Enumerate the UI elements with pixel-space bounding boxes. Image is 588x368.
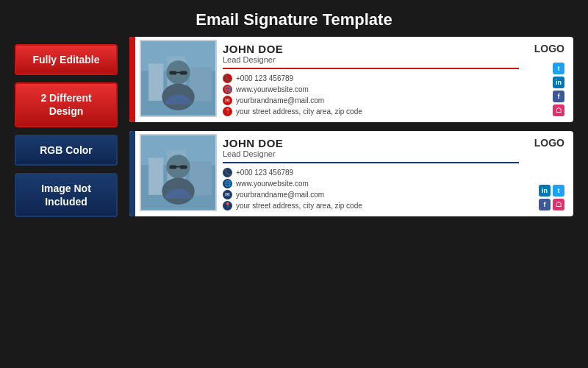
signature-card-2: JOHN DOE Lead Designer 📞 +000 123 456789…: [129, 131, 573, 216]
card1-address: 📍 your street address, city area, zip co…: [223, 107, 519, 116]
signature-cards: JOHN DOE Lead Designer 📞 +000 123 456789…: [129, 37, 573, 216]
svg-rect-2: [148, 63, 163, 101]
card1-name: JOHN DOE: [223, 43, 519, 55]
badge-rgb-color: RGB Color: [15, 135, 118, 166]
svg-rect-12: [148, 158, 163, 194]
card2-info: JOHN DOE Lead Designer 📞 +000 123 456789…: [223, 131, 522, 216]
linkedin-icon: in: [553, 77, 564, 88]
card2-title: Lead Designer: [223, 149, 519, 158]
card2-divider: [223, 162, 519, 163]
web-icon: 🌐: [223, 85, 232, 94]
card2-contacts: 📞 +000 123 456789 🌐 www.yourwebsite.com …: [223, 168, 519, 210]
card1-website: 🌐 www.yourwebsite.com: [223, 85, 519, 94]
web-icon-blue: 🌐: [223, 179, 232, 188]
photo-placeholder-1: [140, 40, 217, 117]
linkedin-icon-2: in: [539, 185, 551, 197]
email-icon: ✉: [223, 96, 232, 105]
card2-address: 📍 your street address, city area, zip co…: [223, 201, 519, 210]
card1-logo-text: LOGO: [534, 43, 564, 54]
card1-logo-area: LOGO t in f ☖: [522, 37, 573, 122]
card1-email: ✉ yourbrandname@mail.com: [223, 96, 519, 105]
card2-name: JOHN DOE: [223, 137, 519, 149]
card1-info: JOHN DOE Lead Designer 📞 +000 123 456789…: [223, 37, 522, 122]
social-row-bottom: f ☖: [539, 199, 564, 210]
card1-contacts: 📞 +000 123 456789 🌐 www.yourwebsite.com …: [223, 74, 519, 116]
social-row-top: in t: [539, 185, 564, 197]
badge-image-not-included: Image NotIncluded: [15, 173, 118, 217]
svg-rect-7: [169, 71, 176, 74]
red-accent-bar: [129, 37, 135, 122]
card2-website: 🌐 www.yourwebsite.com: [223, 179, 519, 188]
left-badges: Fully Editable 2 DifferentDesign RGB Col…: [15, 44, 118, 217]
page-title: Email Signature Template: [0, 10, 588, 29]
card2-logo-text: LOGO: [534, 137, 564, 149]
card2-logo-area: LOGO in t f ☖: [522, 131, 573, 216]
svg-rect-8: [180, 71, 187, 74]
address-icon-blue: 📍: [223, 201, 232, 210]
blue-accent-bar: [129, 131, 135, 216]
card1-divider: [223, 68, 519, 69]
badge-fully-editable: Fully Editable: [15, 44, 118, 75]
svg-rect-18: [180, 165, 187, 169]
card2-email: ✉ yourbrandname@mail.com: [223, 190, 519, 199]
instagram-icon-2: ☖: [553, 199, 564, 210]
card2-social-icons: in t f ☖: [539, 185, 564, 210]
signature-card-1: JOHN DOE Lead Designer 📞 +000 123 456789…: [129, 37, 573, 122]
card1-phone: 📞 +000 123 456789: [223, 74, 519, 83]
card1-title: Lead Designer: [223, 55, 519, 64]
badge-different-design: 2 DifferentDesign: [15, 82, 118, 127]
instagram-icon: ☖: [553, 105, 564, 116]
twitter-icon: t: [553, 63, 564, 74]
card2-phone: 📞 +000 123 456789: [223, 168, 519, 177]
facebook-icon: f: [553, 91, 564, 102]
svg-rect-17: [169, 165, 176, 169]
photo-placeholder-2: [140, 134, 217, 211]
card1-social-icons: t in f ☖: [553, 63, 564, 116]
facebook-icon-2: f: [539, 199, 551, 210]
phone-icon: 📞: [223, 74, 232, 83]
phone-icon-blue: 📞: [223, 168, 232, 177]
email-icon-blue: ✉: [223, 190, 232, 199]
twitter-icon-2: t: [553, 185, 564, 197]
address-icon: 📍: [223, 107, 232, 116]
